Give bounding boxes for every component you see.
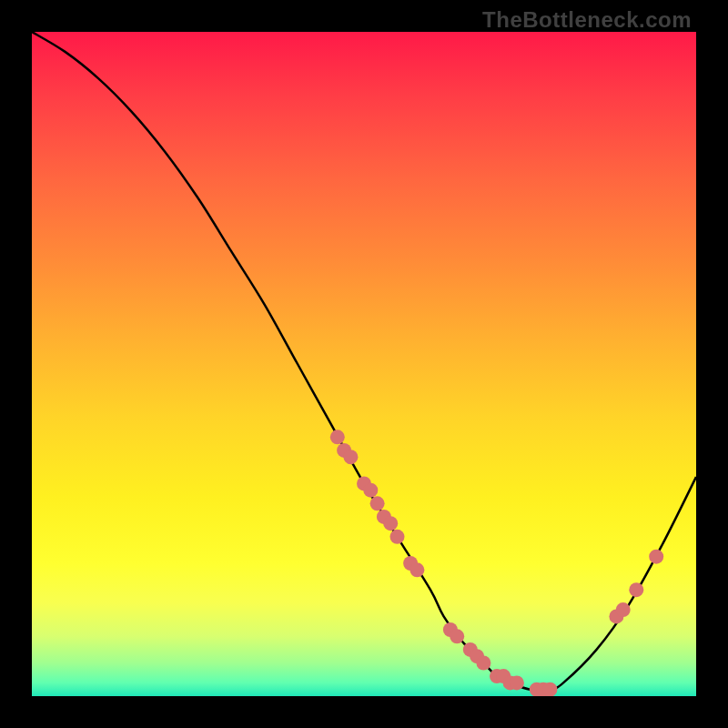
- data-marker: [410, 562, 424, 577]
- data-marker: [383, 516, 398, 531]
- data-marker: [450, 629, 464, 643]
- chart-container: TheBottleneck.com: [0, 0, 728, 728]
- chart-svg: [32, 32, 696, 696]
- data-marker: [476, 656, 490, 671]
- data-marker: [390, 530, 405, 544]
- watermark-text: TheBottleneck.com: [482, 7, 692, 33]
- data-marker: [649, 550, 663, 564]
- data-marker: [363, 483, 378, 498]
- data-marker: [510, 675, 524, 690]
- data-marker: [629, 582, 643, 597]
- curve-group: [32, 32, 696, 691]
- data-marker: [616, 602, 631, 617]
- data-marker: [343, 450, 358, 464]
- data-marker: [542, 682, 557, 696]
- data-marker: [330, 430, 345, 444]
- bottleneck-curve-path: [32, 32, 696, 691]
- data-marker: [370, 496, 385, 511]
- plot-area: [32, 32, 696, 696]
- marker-group: [330, 430, 663, 696]
